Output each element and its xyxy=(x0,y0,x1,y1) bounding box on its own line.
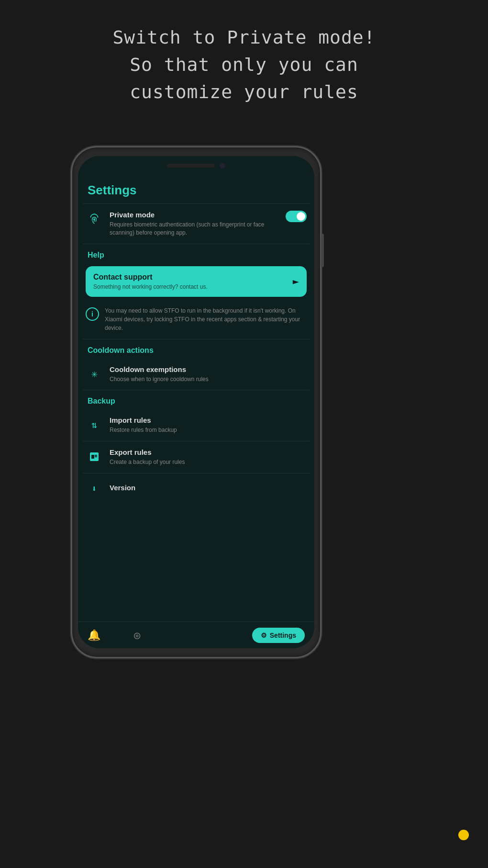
fingerprint-icon xyxy=(86,211,103,228)
svg-point-0 xyxy=(94,219,95,220)
notch-camera xyxy=(220,163,225,169)
import-rules-desc: Restore rules from backup xyxy=(110,426,307,434)
help-section-header: Help xyxy=(78,244,314,263)
cooldown-exemptions-title: Cooldown exemptions xyxy=(110,365,307,373)
notch-bar xyxy=(167,164,215,168)
export-rules-item[interactable]: Export rules Create a backup of your rul… xyxy=(78,441,314,473)
settings-title: Settings xyxy=(78,175,314,203)
cooldown-section-header: Cooldown actions xyxy=(78,339,314,359)
backup-section-header: Backup xyxy=(78,390,314,409)
settings-nav-button[interactable]: ⚙ Settings xyxy=(252,628,305,643)
private-mode-text: Private mode Requires biometric authenti… xyxy=(110,211,286,237)
svg-rect-4 xyxy=(95,456,97,457)
version-title: Version xyxy=(110,484,135,492)
contact-card-text: Contact support Something not working co… xyxy=(93,273,208,290)
cooldown-exemptions-desc: Choose when to ignore cooldown rules xyxy=(110,375,307,383)
private-mode-toggle-wrapper[interactable] xyxy=(286,211,307,222)
svg-rect-2 xyxy=(91,455,94,459)
phone-frame: Settings Priva xyxy=(71,146,322,658)
svg-rect-3 xyxy=(95,455,97,456)
bottom-nav: 🔔 ◎ ⚙ Settings xyxy=(78,621,314,648)
import-rules-item[interactable]: ⇅ Import rules Restore rules from backup xyxy=(78,409,314,441)
snowflake-icon: ✳ xyxy=(86,365,103,383)
info-icon: i xyxy=(86,307,99,321)
send-icon: ► xyxy=(293,275,299,287)
private-mode-title: Private mode xyxy=(110,211,286,219)
export-rules-desc: Create a backup of your rules xyxy=(110,458,307,466)
screen-content: Settings Priva xyxy=(78,175,314,621)
cooldown-exemptions-text: Cooldown exemptions Choose when to ignor… xyxy=(110,365,307,383)
private-mode-toggle[interactable] xyxy=(286,211,307,222)
export-rules-title: Export rules xyxy=(110,448,307,456)
settings-gear-icon: ⚙ xyxy=(261,631,267,639)
export-rules-text: Export rules Create a backup of your rul… xyxy=(110,448,307,466)
info-note: i You may need to allow STFO to run in t… xyxy=(78,302,314,339)
headline-line3: customize your rules xyxy=(0,79,488,106)
headline-text: Switch to Private mode! So that only you… xyxy=(0,0,488,115)
cooldown-exemptions-item[interactable]: ✳ Cooldown exemptions Choose when to ign… xyxy=(78,359,314,390)
notifications-nav-icon[interactable]: 🔔 xyxy=(88,629,100,641)
contact-card-title: Contact support xyxy=(93,273,208,282)
contact-card-desc: Something not working correctly? contact… xyxy=(93,283,208,290)
version-item[interactable]: ⬇ Version xyxy=(78,473,314,504)
import-rules-text: Import rules Restore rules from backup xyxy=(110,416,307,434)
info-text: You may need to allow STFO to run in the… xyxy=(105,306,307,332)
import-rules-title: Import rules xyxy=(110,416,307,424)
headline-line2: So that only you can xyxy=(0,51,488,79)
contact-support-card[interactable]: Contact support Something not working co… xyxy=(86,266,307,297)
version-icon: ⬇ xyxy=(86,480,103,497)
import-icon: ⇅ xyxy=(86,416,103,433)
phone-screen: Settings Priva xyxy=(78,156,314,648)
headline-line1: Switch to Private mode! xyxy=(0,24,488,51)
compass-nav-icon[interactable]: ◎ xyxy=(134,629,140,641)
settings-nav-label: Settings xyxy=(270,631,296,639)
private-mode-desc: Requires biometric authentication (such … xyxy=(110,221,286,237)
export-icon xyxy=(86,448,103,465)
yellow-dot xyxy=(458,830,469,840)
phone-notch xyxy=(78,156,314,175)
private-mode-item[interactable]: Private mode Requires biometric authenti… xyxy=(78,204,314,244)
